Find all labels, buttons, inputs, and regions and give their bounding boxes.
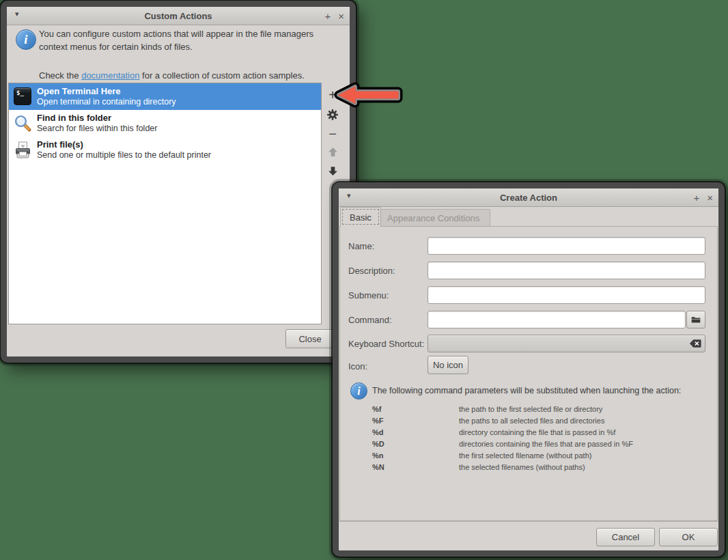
maximize-icon[interactable]: + [693, 193, 699, 203]
description-field[interactable] [428, 262, 705, 279]
browse-command-button[interactable] [686, 311, 705, 328]
clear-shortcut-icon[interactable] [688, 338, 701, 349]
terminal-icon: $_ [14, 87, 32, 106]
tab-basic[interactable]: Basic [340, 207, 381, 227]
doc-suffix: for a collection of custom action sample… [139, 70, 304, 81]
custom-actions-list: $_ Open Terminal Here Open terminal in c… [8, 83, 322, 324]
name-field[interactable] [428, 237, 705, 255]
remove-action-button[interactable]: − [324, 127, 341, 143]
ok-button[interactable]: OK [659, 528, 718, 546]
shade-icon[interactable]: ▾ [15, 10, 19, 18]
documentation-line: Check the documentation for a collection… [39, 70, 305, 81]
command-field[interactable] [428, 311, 686, 328]
close-button[interactable]: Close [285, 329, 335, 348]
window-title: Custom Actions [7, 11, 350, 21]
action-subtitle: Send one or multiple files to the defaul… [37, 150, 211, 161]
arrow-down-icon [327, 165, 339, 177]
info-icon: i [16, 29, 36, 50]
custom-actions-window: ▾ Custom Actions + × i You can configure… [1, 1, 356, 363]
action-title: Open Terminal Here [37, 86, 176, 97]
maximize-icon[interactable]: + [324, 11, 331, 21]
submenu-field[interactable] [428, 286, 705, 304]
window-title: Create Action [339, 193, 718, 203]
action-subtitle: Search for files within this folder [37, 124, 157, 135]
folder-icon [691, 315, 701, 324]
list-item-find-in-folder[interactable]: Find in this folder Search for files wit… [9, 110, 321, 137]
move-up-button[interactable] [324, 143, 341, 160]
doc-prefix: Check the [39, 70, 81, 81]
no-icon-button[interactable]: No icon [428, 356, 468, 374]
tab-appearance-conditions[interactable]: Appearance Conditions [376, 209, 490, 227]
annotation-arrow-icon [331, 79, 412, 111]
action-subtitle: Open terminal in containing directory [37, 97, 176, 108]
cancel-button[interactable]: Cancel [596, 528, 655, 546]
create-action-window: ▾ Create Action + × Basic Appearance Con… [333, 182, 725, 557]
create-action-titlebar[interactable]: ▾ Create Action + × [339, 188, 718, 207]
printer-icon [14, 141, 32, 159]
move-down-button[interactable] [324, 163, 341, 179]
desktop: ▾ Custom Actions + × i You can configure… [0, 0, 728, 560]
documentation-link[interactable]: documentation [81, 70, 139, 81]
custom-actions-titlebar[interactable]: ▾ Custom Actions + × [7, 7, 350, 25]
shade-icon[interactable]: ▾ [347, 192, 351, 199]
list-item-open-terminal[interactable]: $_ Open Terminal Here Open terminal in c… [9, 83, 321, 110]
arrow-up-icon [327, 146, 339, 158]
action-area-separator [339, 521, 718, 522]
keyboard-shortcut-field[interactable] [428, 335, 705, 352]
action-title: Print file(s) [37, 139, 211, 150]
intro-text: You can configure custom actions that wi… [39, 28, 344, 54]
action-title: Find in this folder [37, 113, 157, 124]
close-icon[interactable]: × [707, 193, 713, 203]
minus-icon: − [328, 127, 337, 141]
list-item-print-files[interactable]: Print file(s) Send one or multiple files… [9, 137, 321, 163]
search-icon [14, 114, 32, 132]
close-icon[interactable]: × [338, 11, 344, 21]
